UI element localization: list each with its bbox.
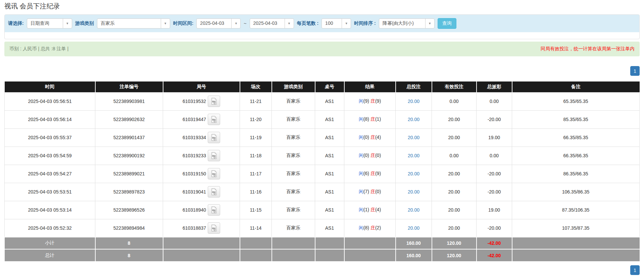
- total-bet-link[interactable]: 20.00: [408, 117, 419, 122]
- summary-row: 小计 8 160.00 120.00 -42.00: [5, 237, 640, 249]
- table-row: 2025-04-03 05:56:14 522389902632 6103194…: [5, 110, 640, 128]
- cell-remark: 106.35/86.35: [512, 183, 640, 201]
- table-header-row: 时间注单编号局号场次游戏类别桌号结果总投注有效投注总派彩备注: [5, 81, 640, 92]
- cell-round: 610319447: [163, 110, 240, 128]
- total-bet-link[interactable]: 20.00: [408, 171, 419, 176]
- pagination-top: 1: [4, 66, 640, 76]
- date-to-select[interactable]: 2025-04-03 ▼: [250, 18, 294, 29]
- total-bet-link[interactable]: 20.00: [408, 207, 419, 213]
- round-number: 610319150: [183, 171, 206, 176]
- query-type-select[interactable]: 日期查询 ▼: [27, 18, 72, 29]
- video-replay-button[interactable]: [208, 222, 220, 234]
- filter-heading: 请选择: 日期查询 ▼ 游戏类别 百家乐 ▼ 时间区间: 2025-04-03 …: [5, 15, 639, 32]
- cell-total-bet: 20.00: [396, 201, 432, 219]
- date-from-value: 2025-04-03: [197, 19, 231, 28]
- cell-table-no: AS1: [315, 147, 344, 165]
- currency-total-text: 币别 : 人民币 | 总共 :8 注单 |: [9, 46, 68, 52]
- page-1-button[interactable]: 1: [630, 66, 640, 76]
- cell-payout: 19.00: [477, 201, 512, 219]
- chevron-down-icon: ▼: [161, 19, 170, 28]
- total-bet-link[interactable]: 20.00: [408, 99, 419, 104]
- player-score: (6): [363, 171, 369, 176]
- date-to-value: 2025-04-03: [250, 19, 285, 28]
- column-header: 备注: [512, 81, 640, 92]
- game-category-select[interactable]: 百家乐 ▼: [97, 18, 170, 29]
- summary-total-bet: 160.00: [396, 249, 432, 261]
- video-file-icon: [210, 188, 217, 196]
- cell-time: 2025-04-03 05:54:59: [5, 147, 95, 165]
- cell-remark: 66.35/85.35: [512, 128, 640, 147]
- cell-session: 11-16: [240, 183, 272, 201]
- cell-total-bet: 20.00: [396, 110, 432, 128]
- pagination-bottom: 1: [4, 265, 640, 275]
- date-from-select[interactable]: 2025-04-03 ▼: [196, 18, 241, 29]
- cell-bet-id: 522389900192: [95, 147, 163, 165]
- cell-session: 11-20: [240, 110, 272, 128]
- cell-payout: -20.00: [477, 183, 512, 201]
- cell-game: 百家乐: [272, 201, 315, 219]
- total-bet-link[interactable]: 20.00: [408, 189, 419, 195]
- cell-bet-id: 522389897823: [95, 183, 163, 201]
- banker-score: (0): [375, 153, 381, 158]
- summary-row: 总计 8 160.00 120.00 -42.00: [5, 249, 640, 261]
- cell-total-bet: 20.00: [396, 219, 432, 237]
- cell-table-no: AS1: [315, 219, 344, 237]
- cell-time: 2025-04-03 05:54:27: [5, 165, 95, 183]
- video-replay-button[interactable]: [208, 204, 220, 216]
- query-type-value: 日期查询: [27, 19, 63, 28]
- total-bet-link[interactable]: 20.00: [408, 153, 419, 158]
- cell-remark: 85.35/65.35: [512, 110, 640, 128]
- time-range-label: 时间区间:: [173, 20, 194, 26]
- chevron-down-icon: ▼: [425, 19, 434, 28]
- summary-label: 小计: [5, 237, 95, 249]
- video-replay-button[interactable]: [208, 96, 220, 107]
- cell-round: 610319041: [163, 183, 240, 201]
- summary-label: 总计: [5, 249, 95, 261]
- column-header: 游戏类别: [272, 81, 315, 92]
- total-bet-link[interactable]: 20.00: [408, 135, 419, 140]
- cell-payout: 0.00: [477, 147, 512, 165]
- column-header: 总投注: [396, 81, 432, 92]
- summary-valid-bet: 120.00: [432, 249, 477, 261]
- per-page-select[interactable]: 100 ▼: [321, 18, 351, 29]
- player-result: 闲: [359, 153, 363, 158]
- banker-score: (1): [375, 116, 381, 122]
- player-result: 闲: [359, 98, 363, 104]
- search-button[interactable]: 查询: [438, 18, 456, 29]
- cell-bet-id: 522389896526: [95, 201, 163, 219]
- cell-remark: 107.35/87.35: [512, 219, 640, 237]
- cell-session: 11-15: [240, 201, 272, 219]
- cell-valid-bet: 20.00: [432, 201, 477, 219]
- cell-time: 2025-04-03 05:52:32: [5, 219, 95, 237]
- player-score: (7): [363, 189, 369, 194]
- summary-count: 8: [95, 237, 163, 249]
- player-score: (9): [363, 98, 369, 104]
- cell-valid-bet: 20.00: [432, 183, 477, 201]
- cell-result: 闲(7) 庄(0): [344, 183, 396, 201]
- video-replay-button[interactable]: [208, 150, 220, 161]
- cell-table-no: AS1: [315, 165, 344, 183]
- time-sort-select[interactable]: 降幂(由大到小) ▼: [379, 18, 435, 29]
- banker-score: (4): [375, 207, 381, 212]
- player-result: 闲: [359, 207, 363, 212]
- chevron-down-icon: ▼: [231, 19, 240, 28]
- cell-table-no: AS1: [315, 201, 344, 219]
- video-replay-button[interactable]: [208, 168, 220, 179]
- cell-total-bet: 20.00: [396, 128, 432, 147]
- video-replay-button[interactable]: [208, 186, 220, 198]
- banker-score: (0): [375, 189, 381, 194]
- cell-round: 610318837: [163, 219, 240, 237]
- total-bet-link[interactable]: 20.00: [408, 225, 419, 231]
- cell-payout: 0.00: [477, 92, 512, 110]
- cell-payout: -20.00: [477, 219, 512, 237]
- video-file-icon: [210, 98, 217, 105]
- game-category-value: 百家乐: [97, 19, 161, 28]
- page-1-button[interactable]: 1: [630, 265, 640, 275]
- player-result: 闲: [359, 225, 363, 230]
- video-file-icon: [210, 116, 217, 123]
- video-replay-button[interactable]: [208, 114, 220, 125]
- table-row: 2025-04-03 05:53:14 522389896526 6103189…: [5, 201, 640, 219]
- cell-game: 百家乐: [272, 219, 315, 237]
- round-number: 610319532: [183, 99, 206, 104]
- video-replay-button[interactable]: [208, 132, 220, 143]
